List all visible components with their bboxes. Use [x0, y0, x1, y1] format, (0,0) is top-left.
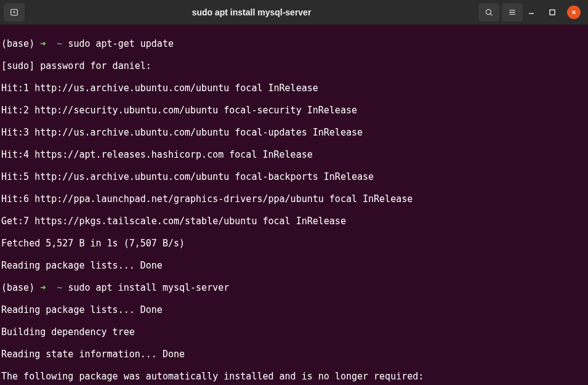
window-title: sudo apt install mysql-server [27, 7, 476, 17]
menu-button[interactable] [502, 3, 523, 22]
output-line: Fetched 5,527 B in 1s (7,507 B/s) [1, 238, 587, 249]
svg-rect-2 [550, 10, 555, 15]
output-line: Hit:2 http://security.ubuntu.com/ubuntu … [1, 105, 587, 116]
output-line: Reading package lists... Done [1, 260, 587, 271]
window-controls [525, 6, 584, 19]
prompt-line: (base) ➜ ~ sudo apt install mysql-server [1, 282, 587, 293]
prompt-dir: ~ [57, 282, 62, 293]
svg-point-1 [486, 9, 491, 14]
minimize-button[interactable] [525, 6, 538, 18]
terminal-output[interactable]: (base) ➜ ~ sudo apt-get update [sudo] pa… [0, 25, 588, 385]
command-text: sudo apt-get update [68, 38, 174, 49]
prompt-arrow: ➜ [40, 38, 46, 49]
prompt-arrow: ➜ [40, 282, 46, 293]
output-line: [sudo] password for daniel: [1, 60, 587, 71]
output-line: Hit:1 http://us.archive.ubuntu.com/ubunt… [1, 83, 587, 94]
output-line: Building dependency tree [1, 326, 587, 338]
maximize-button[interactable] [546, 6, 558, 18]
env-label: (base) [1, 38, 34, 49]
new-tab-button[interactable] [4, 3, 25, 22]
search-button[interactable] [478, 3, 499, 22]
output-line: Reading state information... Done [1, 349, 587, 360]
prompt-line: (base) ➜ ~ sudo apt-get update [1, 38, 587, 49]
titlebar: sudo apt install mysql-server [0, 0, 588, 25]
output-line: Hit:3 http://us.archive.ubuntu.com/ubunt… [1, 127, 587, 138]
prompt-dir: ~ [57, 38, 62, 49]
env-label: (base) [1, 282, 34, 293]
output-line: Get:7 https://pkgs.tailscale.com/stable/… [1, 216, 587, 227]
output-line: Hit:4 https://apt.releases.hashicorp.com… [1, 149, 587, 160]
output-line: Hit:6 http://ppa.launchpad.net/graphics-… [1, 193, 587, 205]
close-button[interactable] [567, 6, 581, 19]
output-line: The following package was automatically … [1, 371, 587, 382]
output-line: Hit:5 http://us.archive.ubuntu.com/ubunt… [1, 171, 587, 182]
command-text: sudo apt install mysql-server [68, 282, 229, 293]
output-line: Reading package lists... Done [1, 304, 587, 315]
